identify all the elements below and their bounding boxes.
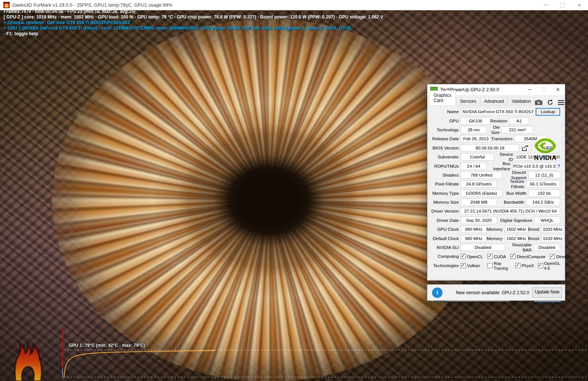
- gpu-value: GK106: [461, 117, 490, 125]
- tab-graphics-card[interactable]: Graphics Card: [429, 91, 456, 105]
- update-message: New version available: GPU-Z 2.52.0: [456, 290, 529, 295]
- row-gpu: GPU GK106 Revision A1: [430, 116, 562, 125]
- info-icon: i: [432, 288, 442, 298]
- resizable-bar-value: Disabled: [533, 244, 560, 251]
- bios-export-icon[interactable]: [522, 145, 529, 151]
- gpuz-window: TechPowerUp GPU-Z 2.50.0 × Graphics Card…: [427, 84, 565, 281]
- nvidia-logo-text: NVIDIA: [530, 154, 561, 162]
- gpu-clock-value: 980 MHz: [461, 226, 487, 233]
- row-computing: Computing OpenCL CUDA DirectCompute Dire…: [430, 252, 562, 261]
- row-name: Name NVIDIA GeForce GTX 650 Ti BOOST Loo…: [430, 107, 562, 116]
- digital-signature-label: Digital Signature: [497, 218, 534, 223]
- shaders-value: 768 Unified: [461, 171, 502, 179]
- directx-support-value: 12 (11_0): [528, 171, 560, 179]
- physx-label: PhysX: [522, 263, 534, 268]
- close-icon: ×: [578, 2, 581, 8]
- close-icon: ×: [556, 87, 559, 93]
- nvidia-logo: NVIDIA: [530, 138, 561, 167]
- maximize-button[interactable]: [554, 0, 571, 10]
- gpuz-minimize-button[interactable]: [523, 84, 537, 95]
- bios-version-value: 80.06.59.00.18: [461, 144, 519, 152]
- osd-help-hint: - F1: toggle help: [4, 31, 383, 37]
- row-gpu-clock: GPU Clock 980 MHz Memory 1502 MHz Boost …: [430, 225, 562, 234]
- row-nvidia-sli: NVIDIA SLI Disabled Resizable BAR Disabl…: [430, 243, 562, 252]
- default-memory-clock-value: 1502 MHz: [504, 235, 528, 242]
- default-clock-label: Default Clock: [431, 236, 459, 241]
- boost-clock-label: Boost: [528, 227, 541, 232]
- vulkan-checkbox[interactable]: [461, 263, 466, 268]
- graphics-card-tab-page: Name NVIDIA GeForce GTX 650 Ti BOOST Loo…: [429, 105, 564, 279]
- revision-value: A1: [509, 117, 529, 125]
- cuda-checkbox[interactable]: [487, 254, 493, 259]
- opencl-checkbox[interactable]: [461, 254, 466, 259]
- gpuz-maximize-button[interactable]: [537, 84, 551, 95]
- tab-sensors[interactable]: Sensors: [456, 97, 480, 105]
- row-driver-date: Driver Date Sep 30, 2020 Digital Signatu…: [430, 216, 562, 225]
- cuda-label: CUDA: [494, 254, 506, 259]
- furmark-titlebar: Geeks3D FurMark v1.29.0.0 - 25FPS, GPU1 …: [0, 0, 588, 10]
- physx-checkbox[interactable]: [515, 263, 520, 268]
- tab-validation[interactable]: Validation: [508, 97, 535, 105]
- memory-clock-label: Memory: [487, 227, 504, 232]
- texture-fillrate-value: 66.1 GTexel/s: [526, 180, 560, 188]
- minimize-icon: [543, 5, 548, 5]
- boost-clock-value: 1033 MHz: [541, 226, 564, 233]
- gpu-clock-label: GPU Clock: [431, 227, 459, 232]
- ray-tracing-label: Ray Tracing: [494, 261, 509, 270]
- memory-clock-value: 1502 MHz: [504, 226, 528, 233]
- furmark-window-title: Geeks3D FurMark v1.29.0.0 - 25FPS, GPU1 …: [12, 3, 172, 8]
- memory-type-label: Memory Type: [431, 191, 459, 196]
- directml-checkbox[interactable]: [550, 254, 555, 259]
- lookup-button[interactable]: Lookup: [536, 108, 560, 116]
- maximize-icon: [560, 3, 565, 7]
- directcompute-checkbox[interactable]: [510, 254, 516, 259]
- minimize-icon: [528, 89, 532, 90]
- texture-fillrate-label: Texture Fillrate: [497, 179, 526, 189]
- computing-label: Computing: [431, 254, 459, 259]
- minimize-button[interactable]: [537, 0, 554, 10]
- close-button[interactable]: ×: [571, 0, 588, 10]
- die-size-value: 221 mm²: [502, 126, 533, 134]
- digital-signature-value: WHQL: [534, 217, 560, 224]
- row-technologies: Technologies Vulkan Ray Tracing PhysX Op…: [430, 261, 562, 270]
- release-date-value: Feb 26, 2013: [461, 135, 491, 142]
- transistors-label: Transistors: [491, 136, 514, 141]
- nvidia-eye-icon: [534, 138, 557, 154]
- gpuz-tab-bar: Graphics Card Sensors Advanced Validatio…: [429, 96, 563, 105]
- subvendor-label: Subvendor: [431, 154, 459, 160]
- ray-tracing-checkbox[interactable]: [487, 263, 493, 268]
- opengl46-checkbox[interactable]: [538, 263, 543, 268]
- name-label: Name: [431, 109, 459, 114]
- update-notification-panel: i New version available: GPU-Z 2.52.0 Up…: [427, 284, 565, 301]
- menu-hamburger-icon[interactable]: [558, 100, 564, 105]
- refresh-icon[interactable]: [547, 99, 553, 105]
- default-boost-clock-label: Boost: [528, 236, 541, 241]
- name-value: NVIDIA GeForce GTX 650 Ti BOOST: [461, 108, 536, 115]
- update-now-button[interactable]: Update Now: [532, 288, 562, 298]
- row-pixel-fillrate: Pixel Fillrate 24.8 GPixel/s Texture Fil…: [430, 180, 562, 188]
- tab-advanced[interactable]: Advanced: [480, 97, 507, 105]
- bios-version-label: BIOS Version: [431, 145, 459, 151]
- default-clock-value: 980 MHz: [461, 235, 487, 242]
- subvendor-value: Colorful: [461, 153, 494, 161]
- pixel-fillrate-label: Pixel Fillrate: [431, 181, 459, 187]
- bus-width-label: Bus Width: [502, 191, 528, 196]
- row-shaders: Shaders 768 Unified DirectX Support 12 (…: [430, 171, 562, 180]
- vulkan-label: Vulkan: [467, 263, 480, 268]
- gpuz-close-button[interactable]: ×: [551, 84, 565, 95]
- rops-tmus-value: 24 / 64: [461, 162, 487, 170]
- release-date-label: Release Date: [431, 136, 459, 141]
- opencl-label: OpenCL: [467, 254, 483, 259]
- furmark-window: Geeks3D FurMark v1.29.0.0 - 25FPS, GPU1 …: [0, 0, 588, 381]
- gpu-temp-label: GPU 1: 79°C (min: 42°C - max: 79°C): [69, 343, 145, 348]
- driver-version-value: 27.21.14.5671 (NVIDIA 456.71) DCH / Win1…: [461, 207, 560, 215]
- furmark-fur-donut: [52, 19, 486, 381]
- screenshot-camera-icon[interactable]: [535, 100, 542, 105]
- memory-size-value: 2048 MB: [461, 198, 497, 206]
- technologies-label: Technologies: [431, 263, 459, 268]
- memory-size-label: Memory Size: [431, 200, 459, 205]
- bandwidth-value: 144.2 GB/s: [526, 198, 560, 206]
- bandwidth-label: Bandwidth: [497, 200, 526, 205]
- gpu-label: GPU: [431, 118, 459, 124]
- osd-gpu1-stats: > GPU 1 (NVIDIA GeForce GTX 650 Ti Boost…: [4, 26, 383, 31]
